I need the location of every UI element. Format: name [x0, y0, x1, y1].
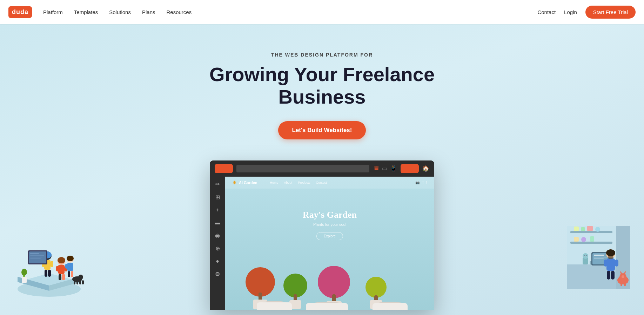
website-hero-tagline: Plants for your soul [313, 222, 346, 227]
svg-rect-63 [570, 242, 612, 244]
home-icon[interactable]: 🏠 [422, 165, 429, 172]
svg-rect-13 [56, 266, 59, 271]
svg-point-67 [595, 227, 600, 232]
nav-links: Platform Templates Solutions Plans Resou… [43, 9, 537, 15]
svg-rect-65 [581, 227, 585, 231]
svg-rect-29 [79, 280, 81, 284]
svg-rect-21 [70, 264, 73, 269]
nav-solutions[interactable]: Solutions [109, 9, 131, 15]
website-nav: ⚜ Al Garden Home About Products Contact … [225, 177, 434, 189]
website-logo-text: Al Garden [239, 181, 257, 185]
svg-rect-97 [624, 281, 626, 286]
browser-mockup: 🖥 ▭ 📱 🏠 ✏ ⊞ + ▬ ◉ ⊕ ● ⚙ [210, 160, 434, 310]
svg-point-40 [246, 267, 275, 297]
svg-rect-75 [594, 257, 607, 257]
website-nav-products: Products [298, 181, 310, 184]
svg-rect-27 [74, 280, 75, 284]
website-hero-title: Ray's Garden [303, 210, 357, 220]
svg-rect-74 [594, 255, 604, 256]
svg-rect-76 [594, 258, 604, 259]
start-trial-button[interactable]: Start Free Trial [585, 6, 636, 19]
svg-rect-96 [620, 281, 622, 286]
website-social-links: 📷 f t [415, 181, 427, 184]
nav-resources[interactable]: Resources [166, 9, 192, 15]
brand-logo[interactable]: duda [8, 6, 32, 18]
svg-rect-79 [604, 260, 607, 267]
svg-rect-28 [76, 280, 78, 284]
svg-rect-68 [574, 237, 579, 242]
svg-point-86 [583, 253, 588, 259]
browser-url-bar[interactable] [236, 165, 369, 172]
svg-rect-81 [607, 271, 610, 280]
nav-templates[interactable]: Templates [74, 9, 98, 15]
website-nav-about: About [284, 181, 293, 184]
svg-point-38 [21, 269, 27, 276]
user-icon[interactable]: ◉ [215, 232, 220, 239]
svg-rect-34 [30, 255, 44, 256]
editor-body: ✏ ⊞ + ▬ ◉ ⊕ ● ⚙ ⚜ Al Garden [210, 177, 434, 310]
section-icon[interactable]: ▬ [215, 219, 220, 226]
svg-rect-36 [30, 258, 41, 259]
browser-toolbar: 🖥 ▭ 📱 🏠 [210, 160, 434, 177]
instagram-icon: 📷 [415, 181, 420, 184]
right-illustration [556, 212, 633, 301]
nav-right: Contact Login Start Free Trial [537, 6, 636, 19]
svg-rect-12 [58, 265, 65, 274]
svg-rect-7 [51, 261, 53, 267]
nav-login[interactable]: Login [564, 9, 577, 15]
settings-icon[interactable]: ⚙ [215, 271, 220, 277]
website-logo-icon: ⚜ [232, 180, 237, 185]
edit-icon[interactable]: ✏ [215, 181, 220, 188]
nav-contact[interactable]: Contact [537, 9, 556, 15]
svg-rect-80 [615, 260, 618, 267]
browser-frame: 🖥 ▭ 📱 🏠 ✏ ⊞ + ▬ ◉ ⊕ ● ⚙ [210, 160, 434, 310]
svg-point-26 [78, 275, 83, 280]
tablet-icon[interactable]: ▭ [382, 165, 387, 172]
svg-point-69 [581, 237, 586, 242]
svg-rect-15 [59, 274, 61, 280]
add-icon[interactable]: + [216, 207, 219, 213]
navigation: duda Platform Templates Solutions Plans … [0, 0, 644, 24]
svg-point-46 [318, 266, 350, 298]
svg-rect-55 [306, 303, 348, 310]
widget-icon[interactable]: ● [216, 258, 219, 264]
svg-rect-30 [82, 280, 84, 284]
browser-btn-2 [401, 164, 419, 173]
svg-rect-57 [373, 303, 408, 310]
svg-point-90 [586, 255, 587, 256]
svg-rect-39 [22, 277, 27, 283]
website-nav-home: Home [270, 181, 279, 184]
website-nav-links: Home About Products Contact [270, 181, 327, 184]
hero-cta-button[interactable]: Let's Build Websites! [278, 121, 366, 139]
svg-rect-9 [48, 270, 51, 277]
plants-svg [225, 254, 434, 310]
svg-point-24 [67, 256, 74, 261]
svg-rect-8 [45, 270, 47, 277]
mobile-icon[interactable]: 📱 [390, 165, 397, 172]
hero-subtitle: THE WEB DESIGN PLATFORM FOR [271, 52, 373, 58]
desktop-icon[interactable]: 🖥 [373, 165, 379, 172]
hero-title: Growing Your Freelance Business [182, 63, 462, 109]
layers-icon[interactable]: ⊞ [215, 194, 220, 201]
svg-point-95 [622, 275, 624, 278]
editor-sidebar: ✏ ⊞ + ▬ ◉ ⊕ ● ⚙ [210, 177, 225, 310]
svg-point-49 [365, 277, 387, 298]
website-logo: ⚜ Al Garden [232, 180, 257, 185]
website-explore-button[interactable]: Explore [316, 232, 343, 240]
svg-rect-23 [71, 271, 73, 277]
nav-plans[interactable]: Plans [142, 9, 155, 15]
browser-btn-1 [215, 164, 233, 173]
svg-rect-64 [574, 227, 579, 231]
svg-rect-62 [570, 231, 612, 233]
svg-rect-35 [30, 257, 42, 257]
svg-rect-70 [590, 236, 594, 242]
svg-rect-82 [611, 271, 615, 280]
cart-icon[interactable]: ⊕ [215, 245, 220, 252]
nav-platform[interactable]: Platform [43, 9, 63, 15]
svg-rect-20 [65, 264, 68, 269]
website-hero-content: Ray's Garden Plants for your soul Explor… [225, 189, 434, 240]
svg-rect-78 [606, 258, 615, 271]
website-nav-contact: Contact [316, 181, 327, 184]
svg-point-84 [608, 256, 613, 259]
svg-point-83 [606, 249, 615, 256]
